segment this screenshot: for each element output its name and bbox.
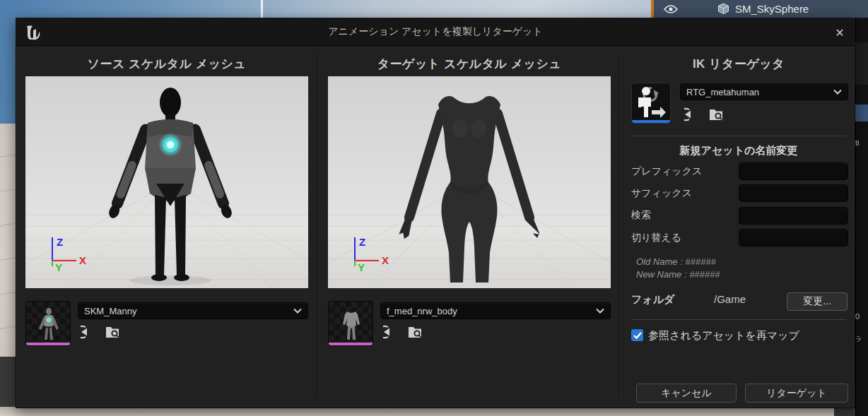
chevron-down-icon — [596, 308, 604, 314]
visibility-eye-icon[interactable] — [664, 4, 678, 14]
remap-assets-checkbox[interactable] — [631, 329, 643, 341]
right-panel-band — [855, 42, 868, 85]
source-character-manny — [107, 88, 235, 281]
source-mesh-dropdown[interactable]: SKM_Manny — [78, 302, 308, 319]
remap-assets-label: 参照されるアセットを再マップ — [648, 329, 799, 343]
cancel-button[interactable]: キャンセル — [636, 384, 737, 403]
column-divider — [317, 51, 319, 398]
clipped-text-fragment: 0 — [855, 312, 868, 321]
source-mesh-viewport[interactable]: Z X Y — [25, 76, 308, 288]
ik-retargeter-header: IK リターゲッタ — [629, 56, 848, 72]
axis-gizmo: Z X Y — [52, 236, 86, 273]
chevron-down-icon — [293, 308, 302, 314]
search-label: 検索 — [631, 209, 651, 222]
svg-text:Y: Y — [55, 261, 62, 273]
separator — [631, 319, 846, 320]
ik-retargeter-dropdown-value: RTG_metahuman — [686, 87, 833, 97]
right-panel-selected-sliver — [855, 105, 868, 121]
browse-to-asset-icon[interactable] — [103, 323, 122, 340]
thumbnail-underline — [632, 120, 670, 123]
dialog-title: アニメーション アセットを複製しリターゲット — [16, 25, 855, 38]
search-input[interactable] — [739, 207, 848, 225]
thumbnail-underline — [26, 343, 70, 345]
target-character-body — [398, 96, 541, 283]
old-name-preview: Old Name : ###### — [636, 256, 716, 267]
use-selected-asset-icon[interactable] — [79, 323, 98, 340]
change-folder-button[interactable]: 変更... — [787, 292, 848, 311]
screen: SM_SkySphere ti 0 ラ アニメーション アセットを複製しリターゲ… — [0, 0, 868, 416]
svg-text:Y: Y — [358, 261, 365, 273]
chevron-down-icon — [833, 89, 842, 95]
prefix-input[interactable] — [739, 162, 848, 180]
folder-path-value: /Game — [714, 293, 746, 305]
target-column-header: ターゲット スケルタル メッシュ — [328, 56, 611, 72]
clipped-text-fragment: ti — [855, 138, 868, 147]
source-asset-thumbnail[interactable] — [25, 301, 71, 346]
outliner-row-skysphere[interactable]: SM_SkySphere — [654, 0, 868, 18]
browse-to-asset-icon[interactable] — [707, 106, 725, 123]
target-asset-thumbnail[interactable] — [328, 301, 373, 346]
clipped-text-fragment: ラ — [855, 335, 868, 344]
rename-section-header: 新規アセットの名前変更 — [629, 144, 848, 158]
ik-retargeter-thumbnail[interactable] — [631, 83, 671, 124]
svg-text:Z: Z — [57, 236, 63, 248]
thumbnail-underline — [329, 343, 373, 345]
svg-text:X: X — [382, 254, 389, 266]
close-icon[interactable]: ✕ — [831, 24, 848, 41]
replace-label: 切り替える — [631, 232, 681, 244]
column-divider — [619, 51, 621, 398]
source-mesh-dropdown-value: SKM_Manny — [84, 306, 293, 316]
use-selected-asset-icon[interactable] — [683, 106, 701, 123]
source-column-header: ソース スケルタル メッシュ — [25, 56, 308, 72]
target-mesh-viewport[interactable]: Z X Y — [328, 76, 611, 288]
svg-text:Z: Z — [359, 236, 365, 248]
prefix-label: プレフィックス — [631, 165, 702, 178]
static-mesh-cube-icon — [717, 3, 729, 15]
axis-gizmo: Z X Y — [355, 236, 389, 273]
target-mesh-dropdown[interactable]: f_med_nrw_body — [380, 302, 611, 319]
suffix-input[interactable] — [739, 184, 848, 202]
ik-retargeter-dropdown[interactable]: RTG_metahuman — [680, 83, 848, 100]
svg-text:X: X — [79, 254, 86, 266]
outliner-item-label: SM_SkySphere — [735, 3, 809, 15]
scene-object — [261, 0, 263, 18]
folder-label: フォルダ — [631, 293, 674, 307]
retarget-button[interactable]: リターゲット — [745, 384, 848, 403]
suffix-label: サフィックス — [631, 187, 692, 200]
replace-input[interactable] — [739, 229, 848, 246]
separator — [631, 136, 846, 136]
browse-to-asset-icon[interactable] — [406, 323, 424, 340]
target-mesh-dropdown-value: f_med_nrw_body — [387, 306, 596, 316]
use-selected-asset-icon[interactable] — [382, 323, 400, 340]
new-name-preview: New Name : ###### — [636, 269, 720, 280]
